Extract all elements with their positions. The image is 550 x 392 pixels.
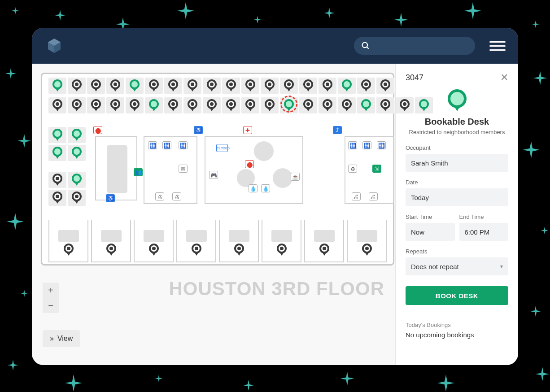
desk[interactable]: [319, 78, 336, 94]
search-input[interactable]: [375, 42, 468, 50]
desk[interactable]: [338, 78, 356, 94]
desk[interactable]: [357, 78, 375, 94]
desk-pin[interactable]: [71, 79, 83, 92]
desk-pin[interactable]: [109, 99, 121, 112]
desk-pin[interactable]: [148, 99, 160, 112]
desk[interactable]: [183, 97, 201, 113]
desk-pin[interactable]: [52, 191, 63, 205]
desk[interactable]: [48, 78, 66, 94]
zoom-in-button[interactable]: +: [43, 283, 59, 298]
desk[interactable]: [68, 78, 86, 94]
desk-pin[interactable]: [167, 99, 179, 112]
desk-pin[interactable]: [191, 243, 202, 257]
desk-pin[interactable]: [322, 99, 333, 112]
desk-pin[interactable]: [233, 243, 245, 257]
desk[interactable]: [241, 78, 259, 94]
desk-pin[interactable]: [380, 79, 391, 92]
desk[interactable]: [183, 78, 201, 94]
desk-pin[interactable]: [276, 243, 288, 257]
desk[interactable]: [299, 97, 317, 113]
view-button[interactable]: » View: [43, 330, 80, 347]
desk[interactable]: [222, 97, 240, 113]
book-desk-button[interactable]: BOOK DESK: [406, 286, 508, 305]
desk[interactable]: [68, 172, 86, 188]
desk-pin[interactable]: [90, 99, 102, 112]
desk[interactable]: [87, 97, 105, 113]
desk-pin[interactable]: [319, 243, 330, 257]
desk[interactable]: [338, 97, 356, 113]
repeats-select[interactable]: Does not repeat: [406, 257, 508, 275]
desk[interactable]: [280, 97, 298, 113]
desk[interactable]: [48, 97, 66, 113]
desk-pin[interactable]: [360, 79, 372, 92]
desk[interactable]: [164, 97, 182, 113]
end-time-field[interactable]: 6:00 PM: [459, 223, 509, 241]
desk[interactable]: [68, 145, 86, 161]
desk[interactable]: [48, 127, 66, 143]
desk[interactable]: [396, 97, 414, 113]
desk-pin[interactable]: [187, 79, 198, 92]
desk-pin[interactable]: [52, 99, 63, 112]
desk-pin[interactable]: [71, 146, 83, 160]
desk[interactable]: [145, 78, 163, 94]
desk[interactable]: [106, 97, 124, 113]
desk-pin[interactable]: [264, 99, 275, 112]
desk-pin[interactable]: [418, 99, 430, 112]
desk-pin[interactable]: [187, 99, 198, 112]
desk[interactable]: [48, 172, 66, 188]
desk-pin[interactable]: [52, 79, 63, 92]
desk-pin[interactable]: [129, 79, 140, 92]
desk-pin[interactable]: [71, 173, 83, 187]
desk[interactable]: [126, 97, 144, 113]
private-office[interactable]: [48, 220, 88, 262]
search-input-wrapper[interactable]: [354, 37, 475, 55]
desk-pin[interactable]: [283, 79, 295, 92]
desk[interactable]: [376, 78, 394, 94]
desk[interactable]: [222, 78, 240, 94]
date-field[interactable]: Today: [406, 188, 508, 206]
private-office[interactable]: [262, 220, 301, 262]
desk-pin[interactable]: [52, 146, 63, 160]
desk-pin[interactable]: [244, 99, 256, 112]
desk[interactable]: [106, 78, 124, 94]
desk[interactable]: [319, 97, 336, 113]
desk-pin[interactable]: [244, 79, 256, 92]
desk[interactable]: [87, 78, 105, 94]
desk[interactable]: [299, 78, 317, 94]
conference-room[interactable]: [95, 136, 137, 200]
zoom-out-button[interactable]: −: [43, 298, 59, 313]
desk-pin[interactable]: [148, 79, 160, 92]
desk[interactable]: [68, 190, 86, 206]
occupant-field[interactable]: Sarah Smith: [406, 154, 508, 172]
desk[interactable]: [280, 78, 298, 94]
desk-pin[interactable]: [129, 99, 140, 112]
desk-pin[interactable]: [264, 79, 275, 92]
desk[interactable]: [261, 97, 279, 113]
private-office[interactable]: [176, 220, 216, 262]
desk[interactable]: [376, 97, 394, 113]
menu-button[interactable]: [489, 38, 506, 54]
desk-pin[interactable]: [109, 79, 121, 92]
desk-pin[interactable]: [361, 243, 373, 257]
desk-pin[interactable]: [206, 79, 218, 92]
private-office[interactable]: [134, 220, 174, 262]
desk-pin[interactable]: [302, 79, 314, 92]
desk[interactable]: [68, 97, 86, 113]
desk-pin[interactable]: [206, 99, 218, 112]
desk-pin[interactable]: [167, 79, 179, 92]
start-time-field[interactable]: Now: [406, 223, 455, 241]
desk[interactable]: [68, 127, 86, 143]
desk[interactable]: [164, 78, 182, 94]
private-office[interactable]: [219, 220, 259, 262]
desk[interactable]: [261, 78, 279, 94]
desk-pin[interactable]: [341, 79, 353, 92]
private-office[interactable]: [304, 220, 344, 262]
private-office[interactable]: [347, 220, 387, 262]
desk-pin[interactable]: [322, 79, 333, 92]
desk-pin[interactable]: [225, 99, 237, 112]
desk[interactable]: [241, 97, 259, 113]
floor-map[interactable]: 🚻 🚻 🚻 ✉ CLOSED ⬤ 🎮 ☕ 🚻: [32, 64, 395, 365]
close-panel-button[interactable]: ✕: [500, 72, 508, 83]
desk-pin[interactable]: [105, 243, 117, 257]
desk[interactable]: [415, 97, 433, 113]
